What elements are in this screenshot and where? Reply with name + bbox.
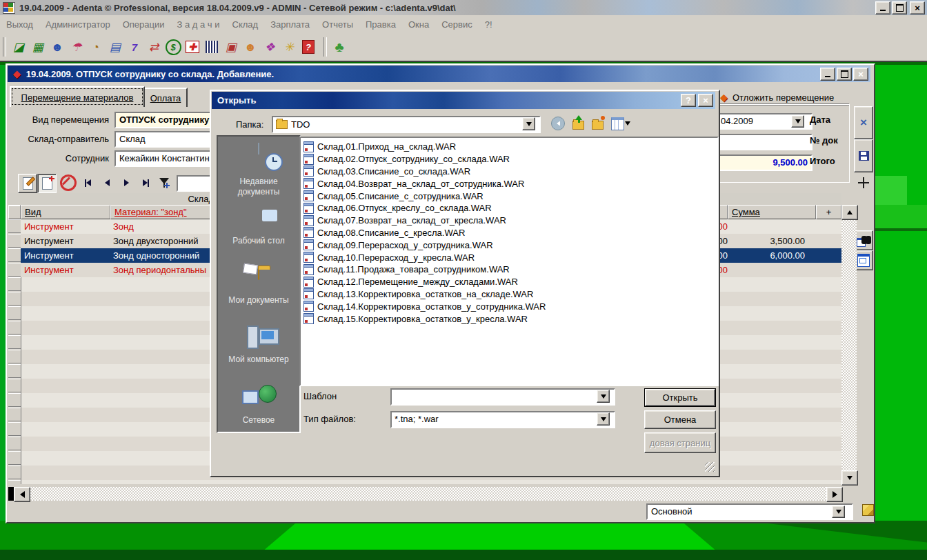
menu-item-operations[interactable]: Операции xyxy=(117,19,171,30)
file-item[interactable]: Склад.15.Корректировка_остатков_у_кресла… xyxy=(301,312,717,325)
menu-item-salary[interactable]: Зарплата xyxy=(264,19,316,30)
menu-item-exit[interactable]: Выход xyxy=(0,19,39,30)
file-item[interactable]: Склад.02.Отпуск_сотруднику_со_склада.WAR xyxy=(301,153,717,166)
cancel-button[interactable]: Отмена xyxy=(644,410,716,429)
doc-number-field[interactable] xyxy=(716,134,813,150)
close-icon[interactable]: × xyxy=(910,1,925,14)
new-folder-icon[interactable] xyxy=(590,116,606,131)
tab-payment[interactable]: Оплата xyxy=(143,88,188,107)
scroll-up-icon[interactable] xyxy=(841,205,858,220)
toolbar-week-plan-icon[interactable]: 7 xyxy=(126,37,143,57)
views-icon[interactable] xyxy=(610,116,625,131)
document-titlebar[interactable]: ◆ 19.04.2009. ОТПУСК сотруднику со склад… xyxy=(8,66,870,82)
toolbar-reports-icon[interactable]: ❖ xyxy=(261,37,279,57)
minimize-icon[interactable] xyxy=(875,1,890,14)
next-record-button[interactable] xyxy=(117,174,135,192)
table-vertical-scrollbar[interactable] xyxy=(841,205,857,486)
file-item[interactable]: Склад.07.Возврат_на_склад_от_кресла.WAR xyxy=(301,214,717,227)
toolbar-schedule-clock-icon[interactable]: ◔ xyxy=(87,37,105,57)
toolbar-payments-icon[interactable]: $ xyxy=(164,37,182,57)
prev-record-button[interactable] xyxy=(98,174,116,192)
last-record-button[interactable] xyxy=(137,174,154,192)
menu-item-reports[interactable]: Отчеты xyxy=(316,19,359,30)
doc-minimize-icon[interactable] xyxy=(820,68,835,81)
toolbar-warehouse-icon[interactable]: ▦ xyxy=(29,37,47,57)
date-dropdown-icon[interactable] xyxy=(791,115,804,128)
menu-item-edit[interactable]: Правка xyxy=(359,19,402,30)
search-material-button[interactable] xyxy=(854,230,873,250)
menu-item-help[interactable]: ?! xyxy=(479,19,499,30)
edit-record-button[interactable] xyxy=(18,174,37,193)
menu-item-tasks[interactable]: З а д а ч и xyxy=(171,19,226,30)
filter-button[interactable] xyxy=(156,174,174,192)
save-document-button[interactable] xyxy=(854,139,873,172)
scroll-left-icon[interactable] xyxy=(14,487,30,502)
cancel-document-button[interactable]: × xyxy=(854,106,873,139)
toolbar-barcode-icon[interactable] xyxy=(203,37,221,57)
postpone-movement-link[interactable]: Отложить перемещение xyxy=(732,92,834,103)
toolbar-help-icon[interactable]: ? xyxy=(299,37,317,57)
cube-icon[interactable] xyxy=(862,504,874,516)
toolbar-exit-icon[interactable]: ◪ xyxy=(10,37,28,57)
filetype-dropdown-icon[interactable] xyxy=(597,412,610,426)
toolbar-calendar-icon[interactable]: ▤ xyxy=(106,37,124,57)
scroll-right-icon[interactable] xyxy=(826,487,843,502)
file-item[interactable]: Склад.13.Корректировка_остатков_на_склад… xyxy=(301,288,717,301)
menu-item-windows[interactable]: Окна xyxy=(402,19,435,30)
file-item[interactable]: Склад.11.Продажа_товара_сотрудником.WAR xyxy=(301,263,717,276)
file-item[interactable]: Склад.09.Перерасход_у_сотрудника.WAR xyxy=(301,239,717,251)
file-list[interactable]: Склад.01.Приход_на_склад.WAR Склад.02.От… xyxy=(299,137,719,386)
toolbar-employees-icon[interactable]: ☻ xyxy=(241,37,259,57)
file-item[interactable]: Склад.08.Списание_с_кресла.WAR xyxy=(301,227,717,239)
folder-combo-dropdown-icon[interactable] xyxy=(522,117,535,130)
views-dropdown-icon[interactable] xyxy=(625,121,630,126)
main-titlebar[interactable]: 19.04.2009 - Adenta © Professional, верс… xyxy=(0,0,927,15)
filetype-combo[interactable]: *.tna; *.war xyxy=(390,411,615,428)
file-item[interactable]: Склад.12.Перемещение_между_складами.WAR xyxy=(301,276,717,288)
template-combo[interactable] xyxy=(390,388,615,406)
layout-combo-dropdown-icon[interactable] xyxy=(832,506,845,518)
first-record-button[interactable] xyxy=(79,174,97,192)
dialog-help-icon[interactable]: ? xyxy=(681,94,696,107)
file-item[interactable]: Склад.01.Приход_на_склад.WAR xyxy=(301,141,717,153)
file-item[interactable]: Склад.14.Корректировка_остатков_у_сотруд… xyxy=(301,300,717,312)
maximize-icon[interactable] xyxy=(892,1,907,14)
toolbar-medical-kit-icon[interactable]: ✚ xyxy=(183,37,201,57)
file-item[interactable]: Склад.04.Возврат_на_склад_от_сотрудника.… xyxy=(301,177,717,190)
war-file-icon xyxy=(303,190,314,201)
add-record-button[interactable] xyxy=(37,174,57,193)
column-header-summa[interactable]: Сумма xyxy=(728,205,816,219)
file-item[interactable]: Склад.05.Списание_с_сотрудника.WAR xyxy=(301,190,717,202)
toolbar-settings-icon[interactable]: ✳ xyxy=(280,37,298,57)
open-button[interactable]: Открыть xyxy=(644,388,716,407)
war-file-icon xyxy=(303,301,314,312)
menu-item-warehouse[interactable]: Склад xyxy=(226,19,265,30)
tab-material-movement[interactable]: Перемещение материалов xyxy=(10,86,145,107)
resize-grip[interactable] xyxy=(705,462,715,472)
file-item[interactable]: Склад.03.Списание_со_склада.WAR xyxy=(301,166,717,178)
column-header-plus[interactable]: + xyxy=(816,205,841,219)
file-item[interactable]: Склад.06.Отпуск_креслу_со_склада.WAR xyxy=(301,202,717,214)
toolbar-materials-icon[interactable]: ▣ xyxy=(222,37,240,57)
layout-combo[interactable]: Основной xyxy=(646,503,853,520)
scroll-down-icon[interactable] xyxy=(841,470,858,486)
file-item[interactable]: Склад.10.Перерасход_у_кресла.WAR xyxy=(301,251,717,263)
dialog-close-icon[interactable]: × xyxy=(698,94,713,107)
cancel-record-button[interactable] xyxy=(59,174,77,192)
column-header-vid[interactable]: Вид xyxy=(21,205,110,219)
folder-combo[interactable]: TDO xyxy=(272,116,541,133)
table-horizontal-scrollbar[interactable] xyxy=(8,487,841,501)
template-dropdown-icon[interactable] xyxy=(597,390,610,403)
toolbar-patient-icon[interactable]: ☂ xyxy=(68,37,86,57)
toolbar-staff-icon[interactable]: ☻ xyxy=(48,37,66,57)
dialog-titlebar[interactable]: Открыть ? × xyxy=(212,92,715,109)
doc-maximize-icon[interactable] xyxy=(837,68,852,81)
doc-close-icon[interactable]: × xyxy=(853,68,868,81)
toolbar-clover-icon[interactable]: ♣ xyxy=(330,37,348,57)
menu-item-administrator[interactable]: Администратор xyxy=(39,19,117,30)
material-card-button[interactable] xyxy=(854,250,873,270)
back-icon[interactable] xyxy=(550,116,566,131)
menu-item-service[interactable]: Сервис xyxy=(435,19,479,30)
up-folder-icon[interactable] xyxy=(571,116,586,131)
toolbar-transfers-icon[interactable]: ⇄ xyxy=(145,37,163,57)
